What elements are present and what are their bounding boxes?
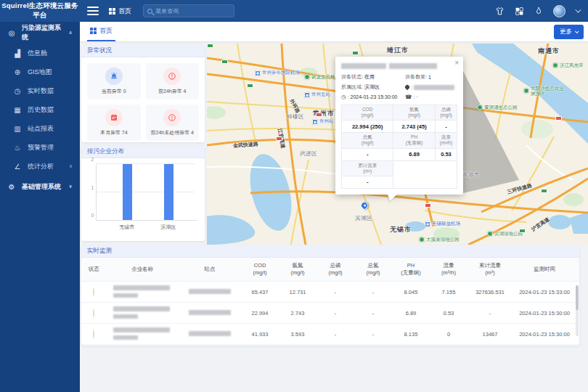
station-name-redacted xyxy=(179,310,241,317)
cell: - xyxy=(467,310,513,317)
airport-icon: ✈ xyxy=(425,221,430,227)
column-header-2: 站点 xyxy=(179,266,241,273)
layout-screen-icon[interactable] xyxy=(514,6,524,16)
sidebar-item-0[interactable]: ◎ 污染源监测系统∧ xyxy=(0,22,80,44)
cell: - xyxy=(354,331,392,338)
y-tick: 0 xyxy=(86,213,94,218)
map-label: 常阴沙生态农业旅游区 xyxy=(523,86,567,97)
park-icon xyxy=(487,231,493,237)
stat-card-0[interactable]: 当前异常 0 xyxy=(87,63,141,99)
search-input[interactable] xyxy=(155,8,228,15)
abnormal-status-panel: 异常状况 当前异常 0 前24h异常 4 本月异常 74 前24h未处理异常 4 xyxy=(81,45,205,142)
cell: 6.89 xyxy=(392,310,430,317)
stat-card-2[interactable]: 本月异常 74 xyxy=(87,105,141,141)
y-tick: 1 xyxy=(86,185,94,190)
popup-metric-value: - xyxy=(342,176,393,188)
sidebar-item-4[interactable]: ▦ 历史数据 xyxy=(0,100,80,119)
menu-search[interactable] xyxy=(143,4,234,17)
breadcrumb[interactable]: 首页 xyxy=(109,7,131,16)
sidebar-item-3[interactable]: ◷ 实时数据 xyxy=(0,81,80,100)
map-label: 大溪港湿地公园 xyxy=(419,237,460,242)
popup-metric-value: 22.994 (250) xyxy=(342,121,393,133)
sidebar-item-7[interactable]: ∠ 统计分析∨ xyxy=(0,157,80,176)
column-header-3: COD(mg/l) xyxy=(241,262,279,277)
cell: 2024-01-23 15:33:00 xyxy=(513,289,576,295)
popup-metric-header: COD(mg/l) xyxy=(342,105,393,121)
popup-metric-header: 累计流量(m³) xyxy=(342,160,393,176)
chevron-down-icon[interactable] xyxy=(575,7,581,12)
device-popup: × 设备状态:在用设备数量:1所属区域:滨湖区:◷:2024-01-23 15:… xyxy=(335,57,463,195)
panel-title: 实时监测 xyxy=(81,245,579,258)
more-button[interactable]: 更多 xyxy=(554,25,584,39)
column-header-9: 累计流量(m³) xyxy=(467,262,513,277)
cell: 8.135 xyxy=(392,331,430,338)
table-row[interactable]: 22.9942.743--6.890.53-2024-01-23 15:30:0… xyxy=(81,303,579,324)
sidebar-item-2[interactable]: ⊕ GIS地图 xyxy=(0,62,80,81)
breadcrumb-home[interactable]: 首页 xyxy=(118,7,131,16)
popup-field: 设备状态:在用 xyxy=(341,73,405,81)
column-header-7: PH(无量纲) xyxy=(392,262,430,277)
bar-滨湖区 xyxy=(164,164,173,220)
cell: - xyxy=(317,289,354,295)
flame-icon[interactable] xyxy=(534,6,544,16)
sidebar-item-8[interactable]: ⚙ 基础管理系统∨ xyxy=(0,176,80,197)
cell: 41.933 xyxy=(241,331,279,338)
map-label: 无锡市 xyxy=(390,225,412,234)
cell: 12.731 xyxy=(279,289,317,295)
table-scrollbar[interactable] xyxy=(576,285,579,336)
popup-title-redacted xyxy=(341,63,457,69)
cell: - xyxy=(354,310,392,317)
theme-skin-icon[interactable] xyxy=(494,6,505,16)
realtime-clock-icon: ◷ xyxy=(13,87,22,95)
cell: 2024-01-23 15:30:00 xyxy=(513,331,576,338)
radar-icon: ◎ xyxy=(7,29,16,37)
pin-icon xyxy=(405,84,409,91)
map-label: 武进区 xyxy=(300,150,317,158)
sidebar-item-6[interactable]: ♨ 预警管理 xyxy=(0,138,80,157)
map-label: ≡常州站 xyxy=(312,118,334,125)
base-system-icon: ⚙ xyxy=(7,183,16,191)
table-row[interactable]: 65.43712.731--8.0457.155327636.5312024-0… xyxy=(81,282,579,303)
popup-field: 设备数量:1 xyxy=(405,73,457,81)
warning-manage-icon: ♨ xyxy=(13,144,22,152)
sidebar-item-5[interactable]: ▥ 站点报表 xyxy=(0,119,80,138)
realtime-monitor-panel: 实时监测 状态企业名称站点COD(mg/l)氨氮(mg/l)总磷(mg/l)总氮… xyxy=(81,245,579,346)
alert-circle-icon xyxy=(163,68,181,85)
dashboard-icon: ▟ xyxy=(13,49,22,57)
tab-home-icon xyxy=(90,28,97,34)
column-header-6: 总氮(mg/l) xyxy=(354,262,392,277)
topbar: Squirrel生态环境云服务平台 首页 xyxy=(0,0,588,22)
popup-metric-header: 总氮(mg/l) xyxy=(342,133,393,148)
hamburger-menu-icon[interactable] xyxy=(87,7,99,15)
status-dot xyxy=(93,309,94,317)
company-name-redacted xyxy=(106,327,179,341)
gis-map[interactable]: 靖江市南通市常州市无锡市钟楼区武进区滨湖区张家港市金武快速路三环快速路外环路江宜… xyxy=(207,44,588,245)
company-name-redacted xyxy=(106,285,179,299)
popup-metrics-table: COD(mg/l)氨氮(mg/l)总磷(mg/l)22.994 (250)2.7… xyxy=(341,105,457,189)
gis-map-icon: ⊕ xyxy=(13,68,22,76)
user-avatar[interactable] xyxy=(553,5,565,17)
airport-icon: ✈ xyxy=(255,70,261,76)
popup-field: ◷:2024-01-23 15:30:00 xyxy=(341,94,405,100)
chevron-icon: ∨ xyxy=(68,184,73,189)
column-header-8: 流量(m³/h) xyxy=(430,262,467,277)
map-label: 滨江风光带 xyxy=(552,62,584,68)
y-tick: 2 xyxy=(86,157,94,162)
chevron-down-icon xyxy=(575,29,579,33)
popup-metric-value: 6.89 xyxy=(393,148,436,160)
stat-card-3[interactable]: 前24h未处理异常 4 xyxy=(146,105,200,141)
stat-card-1[interactable]: 前24h异常 4 xyxy=(146,63,200,99)
cell: 3.593 xyxy=(279,331,317,338)
map-label: 新龙生态林 xyxy=(304,74,335,80)
popup-field: 所属区域:滨湖区 xyxy=(341,83,405,91)
tab-home[interactable]: 首页 xyxy=(87,22,115,41)
close-icon[interactable]: × xyxy=(454,59,459,67)
phone-icon: ☎ xyxy=(405,94,412,100)
table-row[interactable]: 41.9333.593--8.1350134672024-01-23 15:30… xyxy=(81,324,579,345)
status-dot xyxy=(93,330,94,338)
popup-metric-value: - xyxy=(342,148,393,160)
column-header-5: 总磷(mg/l) xyxy=(317,262,354,277)
x-tick: 无锡市 xyxy=(119,224,134,231)
popup-field: ☎:· xyxy=(405,94,457,100)
sidebar-item-1[interactable]: ▟ 信息舱 xyxy=(0,44,80,62)
